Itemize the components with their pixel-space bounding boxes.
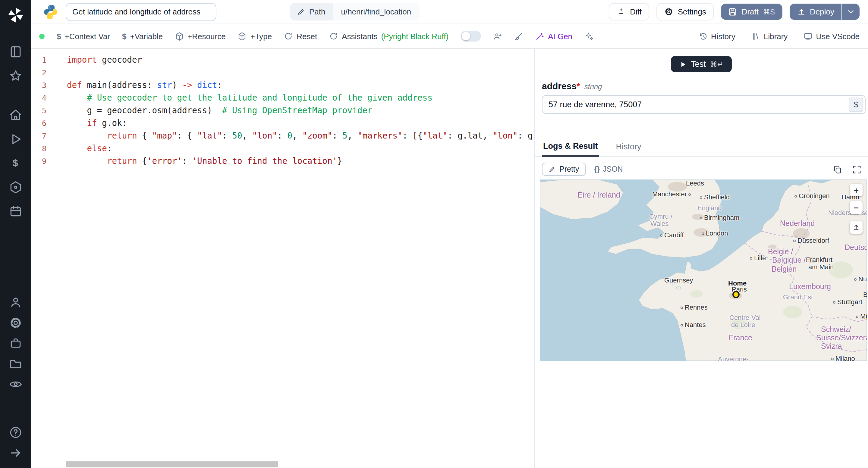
result-map[interactable]: LeedsÉire / IrelandManchesterSheffieldGr…	[540, 179, 867, 361]
map-label: de Loire	[731, 322, 755, 328]
map-label: Bo	[863, 292, 867, 298]
multiplayer-toggle[interactable]	[461, 31, 481, 41]
code-line[interactable]: 5 g = geocoder.osm(address) # Using Open…	[31, 104, 534, 117]
use-vscode-button[interactable]: Use VScode	[803, 32, 860, 41]
code-line[interactable]: 9 return {'error': 'Unable to find the l…	[31, 155, 534, 167]
map-label: Münch	[856, 313, 867, 320]
library-button[interactable]: Library	[751, 32, 788, 41]
add-resource-button[interactable]: +Resource	[175, 32, 225, 41]
deploy-dropdown-button[interactable]	[842, 4, 860, 20]
line-number: 2	[31, 66, 46, 79]
history-clock-icon	[698, 32, 707, 41]
gear-icon	[664, 7, 674, 16]
sparkles-icon[interactable]	[584, 32, 593, 41]
map-marker-home[interactable]	[733, 291, 740, 298]
copy-result-button[interactable]	[832, 164, 843, 175]
ai-gen-button[interactable]: AI Gen	[535, 32, 572, 41]
map-label: Sheffield	[700, 194, 730, 201]
favorites-star-icon[interactable]	[9, 69, 22, 82]
add-variable-button[interactable]: $ +Variable	[122, 32, 163, 41]
script-title-input[interactable]	[66, 3, 216, 21]
clipboard-copy-icon	[833, 165, 842, 174]
code-editor[interactable]: 1import geocoder23def main(address: str)…	[31, 49, 534, 468]
code-line[interactable]: 1import geocoder	[31, 54, 534, 66]
deploy-button[interactable]: Deploy	[789, 4, 841, 20]
map-label: Stuttgart	[833, 299, 862, 305]
map-label: Éire / Ireland	[578, 192, 620, 199]
test-button[interactable]: Test ⌘↵	[671, 56, 732, 72]
code-lines: 1import geocoder23def main(address: str)…	[31, 49, 534, 167]
expand-sidebar-arrow-icon[interactable]	[9, 446, 22, 460]
code-line[interactable]: 3def main(address: str) -> dict:	[31, 79, 534, 92]
map-label: Wales	[650, 221, 669, 227]
settings-button[interactable]: Settings	[657, 3, 714, 21]
line-number: 9	[31, 155, 46, 167]
map-label: Cymru /	[649, 213, 673, 220]
line-number: 4	[31, 92, 46, 104]
code-line[interactable]: 2	[31, 66, 534, 79]
json-view-button[interactable]: {} JSON	[594, 165, 623, 173]
multiplayer-users-icon[interactable]	[493, 32, 502, 41]
schedules-icon[interactable]	[9, 205, 22, 218]
audit-logs-eye-icon[interactable]	[9, 378, 22, 391]
draft-button[interactable]: Draft ⌘S	[721, 4, 782, 20]
test-shortcut: ⌘↵	[710, 60, 723, 68]
home-icon[interactable]	[9, 108, 22, 122]
magic-wand-icon	[535, 32, 544, 41]
fit-bounds-button[interactable]	[850, 221, 863, 234]
required-asterisk: *	[577, 81, 580, 91]
map-label: Auvergne-	[718, 356, 749, 361]
folders-icon[interactable]	[9, 357, 22, 370]
map-label: Manchester	[652, 191, 691, 198]
edit-pencil-icon	[297, 8, 305, 16]
pretty-view-button[interactable]: Pretty	[542, 163, 586, 176]
play-icon	[679, 61, 687, 68]
result-tabs: Logs & Result History	[535, 138, 868, 157]
line-number: 5	[31, 104, 46, 117]
code-line[interactable]: 8 else:	[31, 142, 534, 155]
arrow-up-from-line-icon	[852, 224, 860, 231]
workers-briefcase-icon[interactable]	[9, 337, 22, 350]
zoom-out-button[interactable]: −	[850, 201, 863, 214]
apps-icon[interactable]	[9, 45, 22, 59]
history-button[interactable]: History	[698, 32, 735, 41]
assistants-button[interactable]: Assistants (Pyright Black Ruff)	[329, 32, 448, 41]
address-input[interactable]	[542, 95, 866, 114]
settings-gear-icon[interactable]	[9, 316, 22, 330]
code-line[interactable]: 4 # Use geocoder to get the latitude and…	[31, 92, 534, 104]
topbar: Path u/henri/find_location Diff Settings…	[31, 0, 868, 24]
package-icon	[175, 32, 184, 41]
variable-picker-button[interactable]: $	[849, 97, 863, 112]
reset-button[interactable]: Reset	[284, 32, 317, 41]
line-number: 3	[31, 79, 46, 92]
users-icon[interactable]	[9, 296, 22, 309]
diff-button[interactable]: Diff	[609, 3, 650, 21]
path-label: Path	[309, 7, 326, 16]
deploy-upload-icon	[797, 7, 806, 16]
map-controls: + −	[850, 184, 863, 234]
run-panel: Test ⌘↵ address* string $ Logs & Result	[534, 49, 868, 468]
help-icon[interactable]	[9, 426, 22, 439]
tab-history[interactable]: History	[615, 138, 643, 156]
resources-icon[interactable]	[9, 181, 22, 194]
format-brush-icon[interactable]	[514, 32, 523, 41]
tab-logs-result[interactable]: Logs & Result	[542, 138, 599, 157]
code-line[interactable]: 6 if g.ok:	[31, 117, 534, 130]
add-context-var-button[interactable]: $ +Context Var	[57, 32, 110, 41]
variables-icon[interactable]: $	[9, 157, 22, 170]
map-label: Groningen	[795, 193, 830, 199]
line-number: 1	[31, 54, 46, 66]
map-label: am Main	[808, 264, 834, 270]
arg-name: address*	[542, 81, 580, 92]
runs-icon[interactable]	[9, 133, 22, 146]
script-path[interactable]: Path u/henri/find_location	[290, 3, 420, 21]
zoom-in-button[interactable]: +	[850, 184, 863, 196]
add-type-button[interactable]: +Type	[238, 32, 272, 41]
editor-toolbar: $ +Context Var $ +Variable +Resource +Ty…	[31, 24, 868, 49]
windmill-logo-icon[interactable]	[6, 6, 24, 24]
status-dot	[39, 33, 44, 39]
line-number: 8	[31, 142, 46, 155]
horizontal-scrollbar[interactable]	[66, 461, 278, 467]
code-line[interactable]: 7 return { "map": { "lat": 50, "lon": 0,…	[31, 130, 534, 142]
expand-result-button[interactable]	[851, 164, 862, 175]
